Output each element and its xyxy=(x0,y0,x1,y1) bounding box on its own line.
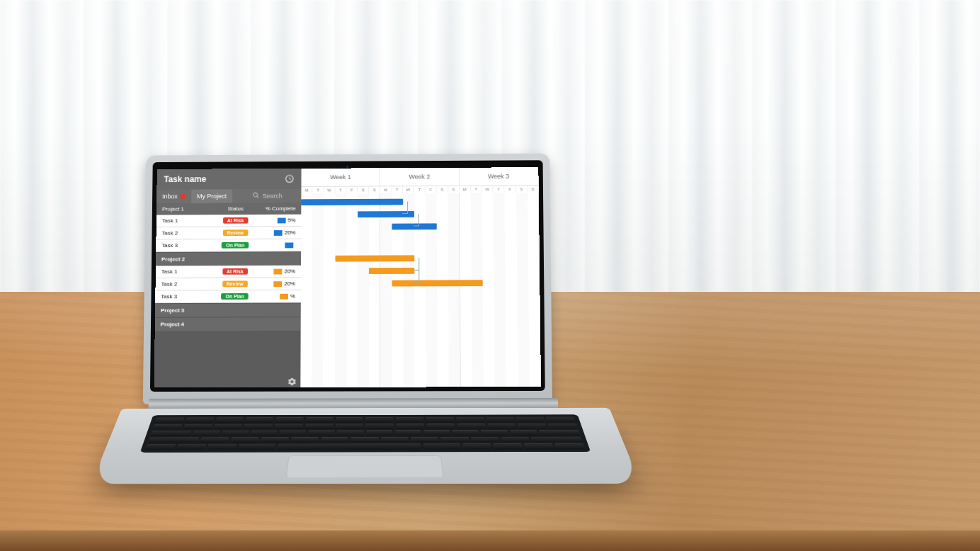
search-input[interactable] xyxy=(263,193,296,200)
clock-icon[interactable] xyxy=(285,174,295,184)
keyboard-key xyxy=(145,444,176,450)
gantt-bar[interactable] xyxy=(335,255,414,261)
keyboard-key xyxy=(221,431,249,436)
keyboard-key xyxy=(518,424,547,429)
key-row xyxy=(150,430,581,436)
day-label: W xyxy=(403,186,414,193)
keyboard-key xyxy=(396,424,424,429)
keyboard-key xyxy=(215,417,244,422)
day-label: T xyxy=(335,187,346,194)
keyboard-key xyxy=(487,424,517,429)
status-cell: On Plan xyxy=(215,293,255,300)
keyboard-key xyxy=(516,417,546,423)
keyboard-key xyxy=(183,424,212,430)
keyboard-key xyxy=(481,430,508,436)
keyboard-key xyxy=(200,437,229,443)
keyboard-key xyxy=(278,444,421,450)
app-screen: Task name Inbox My Project xyxy=(154,167,541,387)
day-label: F xyxy=(505,186,516,193)
day-label: W xyxy=(482,186,494,193)
tab-inbox[interactable]: Inbox xyxy=(156,190,191,204)
day-label: T xyxy=(313,187,324,194)
keyboard-key xyxy=(471,437,500,443)
keyboard-key xyxy=(423,444,461,450)
project-list: Task 1At Risk5%Task 2Review20%Task 3On P… xyxy=(155,215,302,331)
status-badge: Review xyxy=(223,229,249,236)
column-headers: Project 1 Status % Complete xyxy=(156,203,302,215)
search-box[interactable] xyxy=(247,189,302,203)
swatch-icon xyxy=(274,281,283,287)
task-row[interactable]: Task 2Review20% xyxy=(155,278,301,290)
key-row xyxy=(155,417,576,423)
keyboard-key xyxy=(308,431,335,436)
day-label: S xyxy=(369,186,380,193)
pct-cell: 20% xyxy=(256,229,296,236)
keyboard-key xyxy=(423,430,451,436)
task-row[interactable]: Task 1At Risk5% xyxy=(156,215,302,227)
keyboard xyxy=(140,414,591,452)
pct-value: % xyxy=(290,293,295,300)
status-cell: At Risk xyxy=(215,268,255,275)
keyboard-key xyxy=(554,443,585,449)
gantt-week-header: Week 1Week 2Week 3 xyxy=(302,167,539,187)
dependency-line xyxy=(402,201,408,213)
col-pct: % Complete xyxy=(256,205,296,212)
tab-my-project[interactable]: My Project xyxy=(191,189,232,203)
task-row[interactable]: Task 1At Risk20% xyxy=(156,266,302,278)
status-badge: At Risk xyxy=(222,268,248,275)
pct-cell: 20% xyxy=(255,280,295,287)
project-header[interactable]: Project 4 xyxy=(155,317,301,331)
gear-icon[interactable] xyxy=(288,376,297,385)
keyboard-key xyxy=(290,437,319,443)
week-label: Week 2 xyxy=(380,168,460,186)
keyboard-key xyxy=(150,431,192,436)
gantt-panel: Week 1Week 2Week 3 MTWTFSSMTWTFSSMTWTFSS xyxy=(301,167,542,387)
tab-inbox-label: Inbox xyxy=(162,193,178,200)
task-name: Task 3 xyxy=(161,242,215,249)
day-label: M xyxy=(380,186,392,193)
keyboard-key xyxy=(279,431,306,436)
pct-cell: 5% xyxy=(256,217,296,224)
keyboard-key xyxy=(321,437,349,443)
task-name: Task 2 xyxy=(161,229,215,236)
swatch-icon xyxy=(274,268,283,274)
keyboard-key xyxy=(426,424,455,429)
gantt-body[interactable] xyxy=(301,193,542,387)
task-row[interactable]: Task 2Review20% xyxy=(156,227,301,239)
keyboard-key xyxy=(335,424,363,429)
day-label: F xyxy=(346,187,358,194)
gantt-bar[interactable] xyxy=(369,268,414,274)
project-header[interactable]: Project 2 xyxy=(156,251,301,266)
keyboard-key xyxy=(546,417,576,423)
keyboard-key xyxy=(452,430,479,436)
keyboard-key xyxy=(274,424,303,429)
side-panel-footer xyxy=(154,373,301,387)
gantt-bar[interactable] xyxy=(392,280,483,286)
week-label: Week 1 xyxy=(302,168,380,186)
keyboard-key xyxy=(411,437,439,443)
task-row[interactable]: Task 3On Plan xyxy=(156,239,301,252)
project-header[interactable]: Project 3 xyxy=(155,302,301,317)
day-label: M xyxy=(302,187,313,194)
keyboard-key xyxy=(230,437,259,443)
task-row[interactable]: Task 3On Plan% xyxy=(155,290,301,303)
keyboard-key xyxy=(486,417,515,423)
gantt-bar[interactable] xyxy=(302,199,403,205)
status-badge: On Plan xyxy=(222,293,249,300)
side-panel-header: Task name xyxy=(156,169,301,190)
key-row xyxy=(145,443,585,450)
task-name: Task 1 xyxy=(162,217,216,224)
keyboard-key xyxy=(501,437,530,443)
keyboard-key xyxy=(185,417,214,422)
unread-dot-icon xyxy=(181,193,186,199)
pct-value: 20% xyxy=(284,268,295,275)
desk-front-edge xyxy=(0,530,980,551)
pct-value: 5% xyxy=(287,217,295,224)
tab-my-project-label: My Project xyxy=(197,193,227,200)
swatch-icon xyxy=(285,242,294,248)
day-label: T xyxy=(494,186,505,193)
keyboard-key xyxy=(305,417,334,422)
dependency-line xyxy=(414,214,419,227)
swatch-icon xyxy=(280,293,288,299)
keyboard-key xyxy=(440,437,469,443)
